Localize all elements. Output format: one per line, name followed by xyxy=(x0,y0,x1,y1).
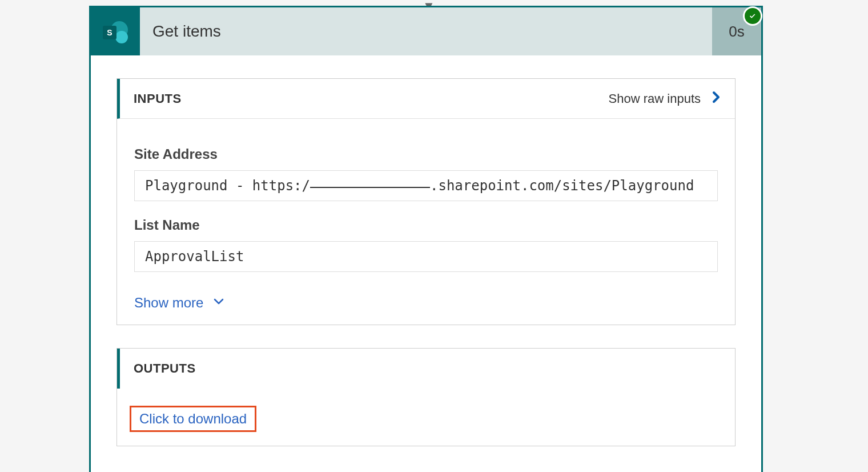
outputs-label: OUTPUTS xyxy=(134,361,721,376)
card-header[interactable]: S Get items 0s xyxy=(91,7,761,55)
inputs-header: INPUTS Show raw inputs xyxy=(117,79,735,119)
inputs-body: Site Address Playground - https:/.sharep… xyxy=(117,119,735,325)
outputs-body: Click to download xyxy=(117,389,735,446)
show-more-link[interactable]: Show more xyxy=(134,295,225,311)
inputs-section: INPUTS Show raw inputs Site Address Play… xyxy=(116,78,736,325)
outputs-header: OUTPUTS xyxy=(117,349,735,389)
chevron-right-icon xyxy=(711,90,721,108)
list-name-label: List Name xyxy=(134,217,718,233)
show-raw-inputs-text: Show raw inputs xyxy=(609,91,701,106)
outputs-section: OUTPUTS Click to download xyxy=(116,348,736,446)
chevron-down-icon xyxy=(212,295,225,311)
show-raw-inputs-link[interactable]: Show raw inputs xyxy=(609,90,721,108)
status-success-icon xyxy=(743,6,762,26)
redacted-segment xyxy=(310,187,430,188)
sharepoint-icon: S xyxy=(91,7,140,55)
card-body: INPUTS Show raw inputs Site Address Play… xyxy=(91,55,761,472)
click-to-download-link[interactable]: Click to download xyxy=(130,406,256,432)
site-address-label: Site Address xyxy=(134,146,718,162)
site-address-value: Playground - https:/.sharepoint.com/site… xyxy=(134,170,718,201)
list-name-value: ApprovalList xyxy=(134,241,718,272)
inputs-label: INPUTS xyxy=(134,91,609,106)
card-title: Get items xyxy=(140,7,712,55)
action-card: S Get items 0s INPUTS Show raw inputs Si… xyxy=(89,6,763,472)
show-more-text: Show more xyxy=(134,295,203,311)
